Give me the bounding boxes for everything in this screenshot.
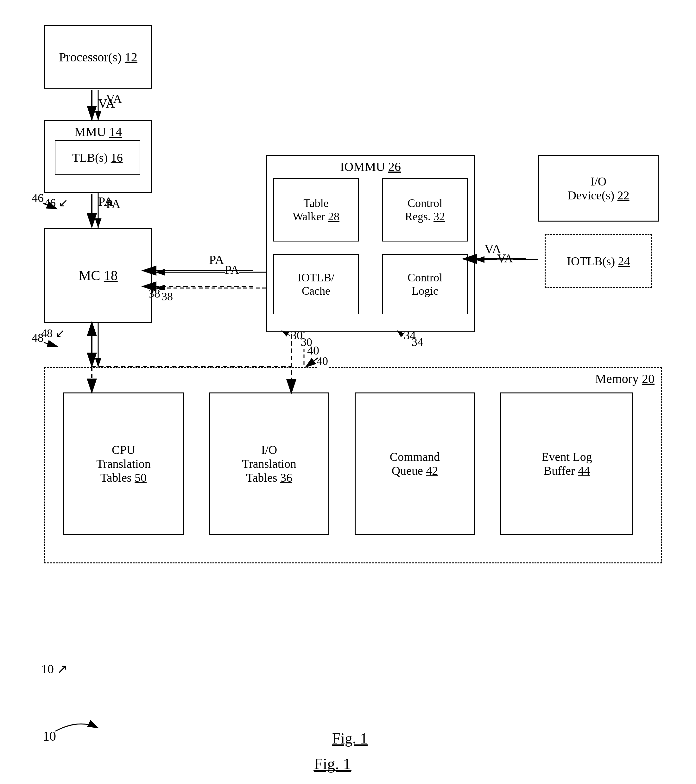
ref-38-label: 38 <box>162 290 173 303</box>
pa-mmu-label: PA <box>106 197 120 211</box>
io-device-box: I/ODevice(s) 22 <box>538 155 659 222</box>
mc-box: MC 18 <box>45 228 152 323</box>
iotlb-cache-box: IOTLB/Cache <box>273 254 359 314</box>
iotlbs-box: IOTLB(s) 24 <box>545 234 652 288</box>
io-trans-box: I/OTranslationTables 36 <box>209 392 329 535</box>
cmd-queue-label: CommandQueue 42 <box>390 450 440 478</box>
diagram: Processor(s) 12 VA MMU 14 TLB(s) 16 46 ↙… <box>25 13 675 756</box>
io-device-label: I/ODevice(s) 22 <box>567 175 629 202</box>
iommu-label: IOMMU 26 <box>340 160 401 174</box>
va-top-label: VA <box>106 92 122 106</box>
control-logic-box: ControlLogic <box>382 254 468 314</box>
ref-48-label: 48 ↙ <box>41 327 65 340</box>
processor-box: Processor(s) 12 <box>45 25 152 89</box>
fig-caption: Fig. 1 <box>332 730 368 747</box>
control-logic-label: ControlLogic <box>407 271 442 298</box>
control-regs-box: ControlRegs. 32 <box>382 178 468 242</box>
ref-46-label: 46 ↙ <box>45 196 68 209</box>
ref-34-label: 34 <box>412 336 423 349</box>
table-walker-label: TableWalker 28 <box>293 196 340 223</box>
svg-text:Fig. 1: Fig. 1 <box>314 755 351 772</box>
figure-number: 10 ↗ <box>41 662 68 676</box>
mmu-label: MMU 14 <box>74 125 122 139</box>
iommu-box: IOMMU 26 TableWalker 28 ControlRegs. 32 … <box>266 155 475 332</box>
mmu-box: MMU 14 TLB(s) 16 <box>45 120 152 193</box>
cpu-trans-box: CPUTranslationTables 50 <box>63 392 184 535</box>
cmd-queue-box: CommandQueue 42 <box>355 392 475 535</box>
tlb-box: TLB(s) 16 <box>55 140 140 175</box>
event-log-label: Event LogBuffer 44 <box>541 450 592 478</box>
iotlb-cache-label: IOTLB/Cache <box>298 271 335 298</box>
processor-label: Processor(s) 12 <box>59 50 137 64</box>
mc-label: MC 18 <box>79 267 117 283</box>
iotlbs-label: IOTLB(s) 24 <box>567 254 630 268</box>
pa-iommu-label: PA <box>225 263 239 277</box>
tlb-label: TLB(s) 16 <box>72 151 122 165</box>
ref-30-label: 30 <box>301 336 312 349</box>
ref-40-label: 40 <box>317 354 328 368</box>
io-trans-label: I/OTranslationTables 36 <box>242 443 296 484</box>
va-io-label: VA <box>497 251 513 265</box>
table-walker-box: TableWalker 28 <box>273 178 359 242</box>
control-regs-label: ControlRegs. 32 <box>405 196 445 223</box>
event-log-box: Event LogBuffer 44 <box>500 392 633 535</box>
memory-label: Memory 20 <box>595 371 655 386</box>
cpu-trans-label: CPUTranslationTables 50 <box>96 443 151 484</box>
